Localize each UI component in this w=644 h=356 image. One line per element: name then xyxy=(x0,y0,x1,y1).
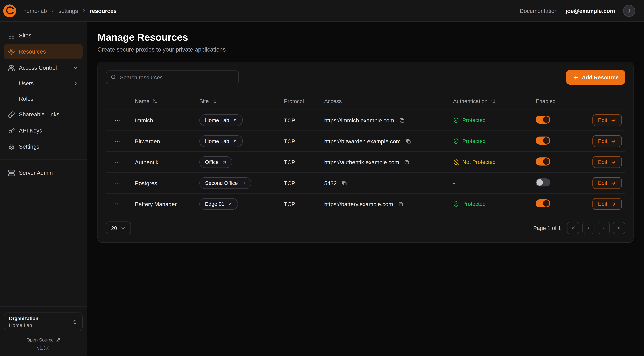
resources-card: Add Resource Name Site xyxy=(98,62,634,243)
arrow-right-icon xyxy=(610,118,616,123)
first-page-button[interactable] xyxy=(567,222,579,234)
enabled-toggle[interactable] xyxy=(536,199,550,208)
edit-button[interactable]: Edit xyxy=(592,114,622,126)
sidebar-item-label: Server Admin xyxy=(19,170,53,176)
arrow-right-icon xyxy=(610,180,616,186)
breadcrumb-settings[interactable]: settings xyxy=(58,8,78,14)
enabled-toggle[interactable] xyxy=(536,178,550,186)
copy-button[interactable] xyxy=(403,158,410,166)
user-avatar[interactable]: J xyxy=(623,5,635,17)
sidebar-item-access-control[interactable]: Access Control xyxy=(4,60,82,75)
sort-icon xyxy=(490,98,496,104)
auth-label: Not Protected xyxy=(462,159,496,165)
arrow-up-right-icon xyxy=(228,202,232,206)
add-resource-button[interactable]: Add Resource xyxy=(566,70,625,84)
edit-button[interactable]: Edit xyxy=(592,135,622,147)
organization-label: Organization xyxy=(9,316,69,321)
site-pill-label: Office xyxy=(205,159,218,165)
sidebar-item-label: API Keys xyxy=(19,127,42,134)
sidebar-item-label: Access Control xyxy=(19,64,57,71)
enabled-toggle[interactable] xyxy=(536,136,550,144)
last-page-button[interactable] xyxy=(613,222,625,234)
edit-label: Edit xyxy=(598,138,607,144)
copy-icon xyxy=(399,118,405,123)
ellipsis-icon xyxy=(114,159,120,165)
column-header-protocol: Protocol xyxy=(278,98,318,104)
resource-protocol: TCP xyxy=(284,138,295,144)
chevron-right-icon xyxy=(72,80,78,86)
column-header-access: Access xyxy=(318,98,447,104)
app-shell: Sites Resources Access Control Users Rol… xyxy=(0,22,644,356)
chevron-left-icon xyxy=(586,225,591,231)
shield-check-icon xyxy=(453,138,459,144)
plus-icon xyxy=(573,74,579,80)
enabled-toggle[interactable] xyxy=(536,116,550,124)
edit-button[interactable]: Edit xyxy=(592,177,622,189)
sidebar-item-roles[interactable]: Roles xyxy=(4,92,82,106)
row-menu-button[interactable] xyxy=(113,178,122,188)
column-header-name[interactable]: Name xyxy=(128,98,193,104)
resource-row: Battery Manager Edge 01 TCP https://batt… xyxy=(106,193,625,214)
sidebar-item-users[interactable]: Users xyxy=(4,76,82,90)
row-menu-button[interactable] xyxy=(113,136,122,146)
site-link[interactable]: Second Office xyxy=(199,177,252,189)
organization-selector[interactable]: Organization Home Lab xyxy=(4,312,82,332)
column-header-authentication[interactable]: Authentication xyxy=(447,98,529,104)
resource-protocol: TCP xyxy=(284,201,295,207)
row-menu-button[interactable] xyxy=(113,199,122,208)
auth-label: - xyxy=(453,180,455,186)
sidebar-item-sites[interactable]: Sites xyxy=(4,28,82,43)
sidebar-item-resources[interactable]: Resources xyxy=(4,44,82,59)
chevron-down-icon xyxy=(72,65,78,71)
link-icon xyxy=(8,111,15,118)
site-link[interactable]: Edge 01 xyxy=(199,198,238,210)
sidebar-item-server-admin[interactable]: Server Admin xyxy=(4,165,82,180)
site-link[interactable]: Home Lab xyxy=(199,114,243,126)
copy-icon xyxy=(342,180,347,186)
column-label: Protocol xyxy=(284,98,304,104)
edit-label: Edit xyxy=(598,159,607,165)
main-content: Manage Resources Create secure proxies t… xyxy=(87,22,644,356)
sidebar-item-label: Shareable Links xyxy=(19,111,59,118)
documentation-link[interactable]: Documentation xyxy=(520,8,558,14)
prev-page-button[interactable] xyxy=(582,222,594,234)
column-header-site[interactable]: Site xyxy=(193,98,278,104)
breadcrumb-org[interactable]: home-lab xyxy=(23,8,47,14)
site-link[interactable]: Home Lab xyxy=(199,135,243,147)
key-icon xyxy=(8,127,15,134)
sidebar-item-api-keys[interactable]: API Keys xyxy=(4,123,82,138)
resource-table-body: Immich Home Lab TCP https://immich.examp… xyxy=(106,110,625,214)
copy-button[interactable] xyxy=(341,180,348,187)
page-size-select[interactable]: 20 xyxy=(106,222,131,234)
site-link[interactable]: Office xyxy=(199,156,232,168)
table-header: Name Site Protocol Access xyxy=(106,92,625,110)
shield-off-icon xyxy=(453,159,459,165)
sidebar: Sites Resources Access Control Users Rol… xyxy=(0,22,87,356)
open-source-label: Open Source xyxy=(26,338,54,342)
resource-name: Postgres xyxy=(135,180,157,186)
open-source-link[interactable]: Open Source xyxy=(4,338,82,342)
row-menu-button[interactable] xyxy=(113,116,122,125)
pangolin-logo-icon[interactable] xyxy=(3,4,16,17)
sidebar-divider xyxy=(0,160,86,160)
row-menu-button[interactable] xyxy=(113,158,122,167)
next-page-button[interactable] xyxy=(598,222,610,234)
arrow-right-icon xyxy=(610,138,616,144)
ellipsis-icon xyxy=(114,117,120,123)
copy-button[interactable] xyxy=(397,200,404,208)
site-pill-label: Second Office xyxy=(205,180,238,186)
enabled-toggle[interactable] xyxy=(536,158,550,166)
sidebar-item-settings[interactable]: Settings xyxy=(4,139,82,154)
search-input[interactable] xyxy=(106,70,239,84)
header-actions: Documentation joe@example.com J xyxy=(520,5,635,17)
edit-button[interactable]: Edit xyxy=(592,156,622,168)
copy-button[interactable] xyxy=(398,117,406,124)
sidebar-footer: Organization Home Lab Open Source v1.3.0 xyxy=(0,306,86,356)
resource-protocol: TCP xyxy=(284,159,295,166)
chevrons-left-icon xyxy=(570,225,576,231)
edit-button[interactable]: Edit xyxy=(592,198,622,210)
user-email[interactable]: joe@example.com xyxy=(566,8,615,14)
copy-button[interactable] xyxy=(405,138,412,145)
auth-label: Protected xyxy=(462,201,486,207)
sidebar-item-shareable-links[interactable]: Shareable Links xyxy=(4,107,82,122)
